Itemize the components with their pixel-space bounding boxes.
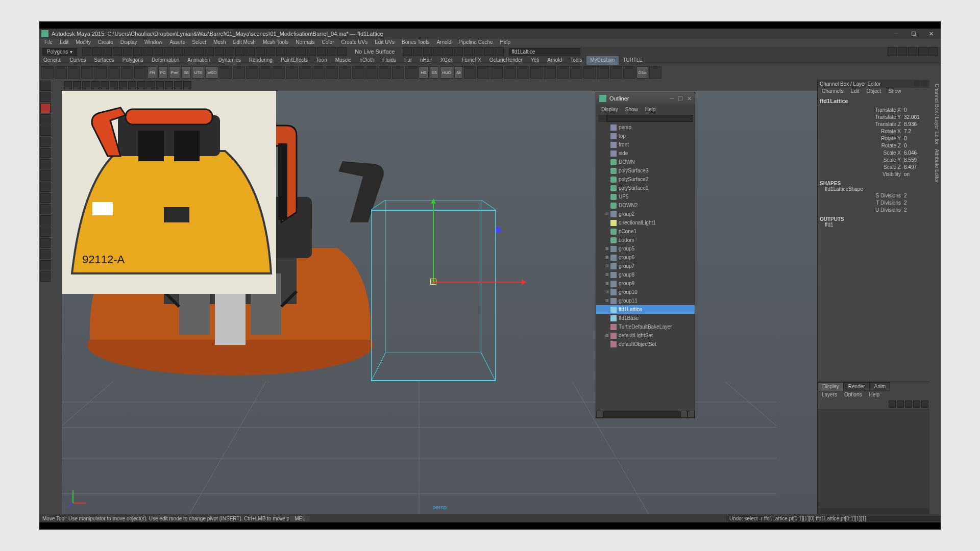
menu-color[interactable]: Color — [319, 39, 337, 47]
status-icon-7[interactable] — [154, 47, 163, 56]
shelf-button-14[interactable] — [326, 66, 338, 79]
status-icon-23[interactable] — [317, 47, 326, 56]
attr-value[interactable]: on — [904, 171, 925, 177]
shelf-tab-arnold[interactable]: Arnold — [543, 56, 566, 65]
gizmo-x-axis[interactable] — [433, 282, 525, 283]
menu-file[interactable]: File — [41, 39, 56, 47]
outliner-item-persp[interactable]: persp — [596, 123, 695, 132]
shelf-tab-mycustom[interactable]: MyCustom — [586, 56, 619, 65]
shelf-button-PC[interactable]: PC — [158, 66, 168, 79]
channel-object-name[interactable]: ffd1Lattice — [820, 98, 927, 104]
shelf-leading-icon-4[interactable] — [94, 66, 107, 79]
shelf-tab-toon[interactable]: Toon — [312, 56, 331, 65]
menu-bonus-tools[interactable]: Bonus Tools — [399, 39, 432, 47]
shelf-button-28[interactable] — [504, 66, 516, 79]
view-tool-0[interactable] — [64, 81, 72, 89]
shelf-button-Pref[interactable]: Pref — [169, 66, 181, 79]
layer-menu-help[interactable]: Help — [866, 391, 883, 399]
outliner-item-group2[interactable]: ⊞group2 — [596, 210, 695, 218]
tool-button-16[interactable] — [40, 260, 51, 270]
tool-button-13[interactable] — [40, 227, 51, 237]
expand-icon[interactable]: ⊞ — [605, 290, 610, 294]
layer-tab-display[interactable]: Display — [818, 382, 844, 391]
tool-button-5[interactable] — [40, 137, 51, 147]
shelf-leading-icon-2[interactable] — [68, 66, 80, 79]
shelf-button-33[interactable] — [570, 66, 582, 79]
attr-value[interactable]: 0 — [904, 143, 925, 148]
outliner-menu-show[interactable]: Show — [622, 106, 641, 113]
outliner-item-TurtleDefaultBakeLayer[interactable]: TurtleDefaultBakeLayer — [596, 322, 695, 331]
shelf-button-HUO[interactable]: HUO — [440, 66, 453, 79]
layer-tab-render[interactable]: Render — [844, 382, 870, 391]
attr-value[interactable]: 0 — [904, 107, 925, 113]
attr-value[interactable]: 32.001 — [904, 114, 925, 120]
tool-button-15[interactable] — [40, 249, 51, 259]
attr-scale-z[interactable]: Scale Z6.497 — [820, 163, 927, 170]
close-button[interactable]: ✕ — [923, 30, 939, 38]
shelf-tab-animation[interactable]: Animation — [183, 56, 214, 65]
expand-icon[interactable]: ⊞ — [605, 272, 610, 277]
outliner-menu-display[interactable]: Display — [598, 106, 621, 113]
status-icon-17[interactable] — [256, 47, 265, 56]
layer-list[interactable] — [818, 409, 929, 508]
tool-button-3[interactable] — [40, 114, 51, 124]
shelf-tab-ncloth[interactable]: nCloth — [355, 56, 378, 65]
status-icon-20[interactable] — [286, 47, 296, 56]
attr-value[interactable]: 2 — [904, 207, 925, 213]
shelf-button-17[interactable] — [365, 66, 378, 79]
shelf-button-9[interactable] — [259, 66, 272, 79]
shelf-tab-turtle[interactable]: TURTLE — [619, 56, 647, 65]
attr-value[interactable]: 8.936 — [904, 121, 925, 127]
expand-icon[interactable]: ⊞ — [605, 255, 610, 260]
status-icon-2[interactable] — [103, 47, 112, 56]
shelf-button-MSO[interactable]: MSO — [205, 66, 218, 79]
expand-icon[interactable]: ⊞ — [605, 298, 610, 303]
outliner-item-group11[interactable]: ⊞group11 — [596, 296, 695, 305]
status-icon-r-4[interactable] — [928, 47, 938, 56]
shelf-tab-curves[interactable]: Curves — [66, 56, 90, 65]
view-tool-1[interactable] — [73, 81, 81, 89]
shelf-tab-rendering[interactable]: Rendering — [245, 56, 277, 65]
layer-menu-layers[interactable]: Layers — [819, 391, 840, 399]
tool-button-8[interactable] — [40, 170, 51, 181]
layer-menu-options[interactable]: Options — [841, 391, 865, 399]
cb-tab-object[interactable]: Object — [864, 88, 885, 96]
menu-create-uvs[interactable]: Create UVs — [338, 39, 371, 47]
shelf-button-30[interactable] — [530, 66, 543, 79]
status-icon-10[interactable] — [184, 47, 193, 56]
outliner-item-defaultObjectSet[interactable]: defaultObjectSet — [596, 340, 695, 348]
outliner-close-button[interactable]: ✕ — [687, 95, 692, 102]
view-tool-5[interactable] — [110, 81, 118, 89]
attr-t-divisions[interactable]: T Divisions2 — [820, 199, 927, 206]
layer-hscroll[interactable] — [818, 508, 929, 514]
shelf-leading-icon-5[interactable] — [108, 66, 120, 79]
outliner-item-directionalLight1[interactable]: directionalLight1 — [596, 218, 695, 227]
status-icon-6[interactable] — [143, 47, 153, 56]
outliner-item-group6[interactable]: ⊞group6 — [596, 253, 695, 262]
outliner-item-bottom[interactable]: bottom — [596, 236, 695, 244]
shelf-button-20[interactable] — [405, 66, 418, 79]
shelf-button-15[interactable] — [339, 66, 351, 79]
tool-button-14[interactable] — [40, 238, 51, 248]
tool-button-6[interactable] — [40, 148, 51, 158]
status-icon-b-9[interactable] — [495, 47, 504, 56]
shelf-button-18[interactable] — [379, 66, 391, 79]
tool-button-1[interactable] — [40, 92, 51, 102]
right-dock-tabs[interactable]: Channel Box / Layer EditorAttribute Edit… — [929, 80, 941, 514]
status-icon-8[interactable] — [164, 47, 173, 56]
outliner-maximize-button[interactable]: ☐ — [678, 95, 683, 102]
layer-icon-4[interactable] — [921, 400, 928, 408]
outliner-item-top[interactable]: top — [596, 132, 695, 140]
shelf-button-16[interactable] — [352, 66, 364, 79]
status-icon-9[interactable] — [174, 47, 183, 56]
dock-tab-attribute-editor[interactable]: Attribute Editor — [930, 149, 940, 183]
status-icon-13[interactable] — [215, 47, 224, 56]
view-tool-6[interactable] — [119, 81, 127, 89]
shelf-tab-painteffects[interactable]: PaintEffects — [277, 56, 312, 65]
status-icon-b-1[interactable] — [413, 47, 422, 56]
outliner-menu-help[interactable]: Help — [642, 106, 659, 113]
shelf-tab-fluids[interactable]: Fluids — [378, 56, 400, 65]
shelf-button-FN[interactable]: FN — [148, 66, 157, 79]
status-icon-r-1[interactable] — [898, 47, 907, 56]
menu-create[interactable]: Create — [95, 39, 116, 47]
